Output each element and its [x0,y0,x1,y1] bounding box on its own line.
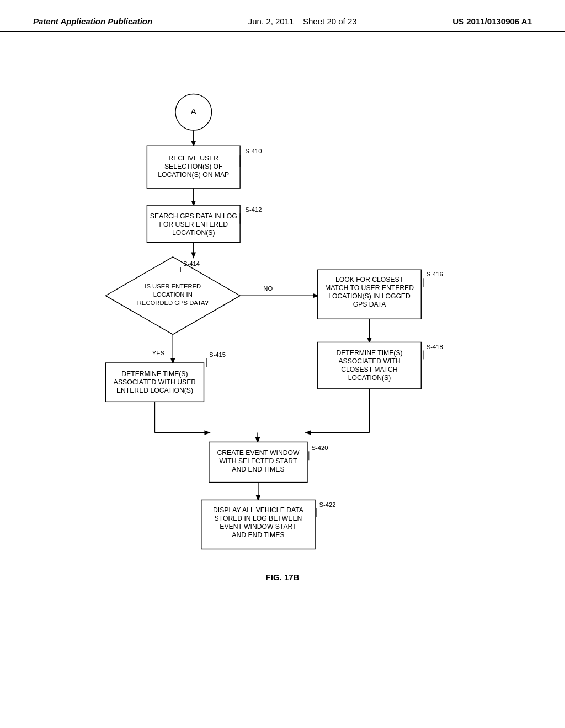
date-sheet: Jun. 2, 2011 Sheet 20 of 23 [248,17,357,26]
patent-number: US 2011/0130906 A1 [452,17,532,26]
diamond-s414-text-1: IS USER ENTERED [145,283,201,290]
sheet-label: Sheet 20 of 23 [303,17,357,26]
box-s412-text-3: LOCATION(S) [172,229,215,237]
diamond-s414-text-3: RECORDED GPS DATA? [137,299,209,306]
flowchart-svg: .box-text { font-family: Arial, sans-ser… [0,32,565,694]
figure-label: FIG. 17B [266,572,300,582]
no-label: NO [263,285,273,292]
box-s415-text-3: ENTERED LOCATION(S) [116,387,193,394]
yes-label: YES [152,350,165,356]
step-s420-label: S-420 [312,445,328,451]
step-s422-label: S-422 [319,501,336,508]
box-s422-text-3: EVENT WINDOW START [220,523,297,531]
box-s415-text-2: ASSOCIATED WITH USER [114,378,196,386]
box-s420-text-2: WITH SELECTED START [219,457,297,465]
date-label: Jun. 2, 2011 [248,17,294,26]
step-s410-label: S-410 [246,148,262,154]
diamond-s414-text-2: LOCATION IN [153,291,193,298]
box-s416-text-3: LOCATION(S) IN LOGGED [328,292,411,300]
page-header: Patent Application Publication Jun. 2, 2… [0,0,565,32]
box-s416-text-4: GPS DATA [353,301,387,308]
step-s418-label: S-418 [427,344,443,350]
box-s416-text-1: LOOK FOR CLOSEST [335,276,404,283]
step-s412-label: S-412 [246,206,262,213]
box-s415-text-1: DETERMINE TIME(S) [121,370,188,378]
box-s418-text-1: DETERMINE TIME(S) [336,349,402,357]
box-s418-text-2: ASSOCIATED WITH [338,357,400,365]
box-s410-text-2: SELECTION(S) OF [164,163,223,170]
box-s422-text-2: STORED IN LOG BETWEEN [215,515,302,522]
box-s410-text-1: RECEIVE USER [168,154,218,162]
box-s420-text-3: AND END TIMES [232,465,284,473]
publication-title: Patent Application Publication [33,17,152,26]
box-s422-text-4: AND END TIMES [232,531,284,539]
box-s420-text-1: CREATE EVENT WINDOW [217,449,300,457]
circle-a-label: A [191,106,196,116]
box-s418-text-3: CLOSEST MATCH [341,366,397,373]
diagram-area: .box-text { font-family: Arial, sans-ser… [0,32,565,694]
box-s416-text-2: MATCH TO USER ENTERED [325,284,414,292]
step-s416-label: S-416 [427,271,443,277]
box-s418-text-4: LOCATION(S) [348,374,391,382]
step-s414-label: S-414 [183,260,200,267]
box-s412-text-1: SEARCH GPS DATA IN LOG [150,212,237,220]
box-s412-text-2: FOR USER ENTERED [159,221,228,228]
box-s422-text-1: DISPLAY ALL VEHICLE DATA [213,506,304,514]
box-s410-text-3: LOCATION(S) ON MAP [158,171,229,179]
step-s415-label: S-415 [209,351,226,358]
